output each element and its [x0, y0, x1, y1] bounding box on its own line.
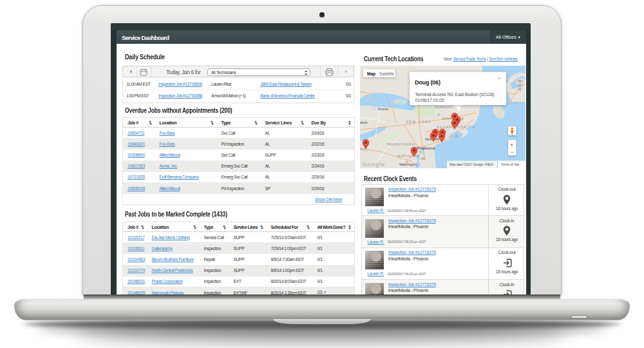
svg-text:OVA SC: OVA SC — [504, 101, 519, 105]
svg-text:N.J.: N.J. — [419, 150, 425, 154]
svg-text:Terminal Access Rd, East Bosto: Terminal Access Rd, East Boston (02128) — [415, 92, 495, 97]
svg-text:+: + — [510, 142, 513, 148]
svg-text:−: − — [511, 149, 514, 155]
svg-text:N: N — [437, 113, 440, 117]
svg-text:NEW YORK: NEW YORK — [406, 120, 431, 124]
svg-text:MARYLAND: MARYLAND — [397, 154, 419, 158]
svg-text:×: × — [498, 75, 501, 81]
svg-text:01/06/17 01:05: 01/06/17 01:05 — [415, 97, 444, 103]
svg-text:Map data ©2017 Google, INEGI: Map data ©2017 Google, INEGI — [450, 162, 493, 166]
svg-text:DE: DE — [421, 157, 426, 160]
svg-text:Doug (06): Doug (06) — [415, 79, 440, 86]
svg-text:Philadelphia: Philadelphia — [417, 146, 435, 150]
svg-text:etroit: etroit — [360, 121, 368, 124]
svg-text:VERMONT: VERMONT — [435, 105, 453, 109]
svg-text:IS: IS — [518, 87, 522, 91]
svg-text:K: K — [506, 80, 508, 83]
svg-text:PENNSYLVANIA: PENNSYLVANIA — [387, 142, 415, 146]
svg-text:Map: Map — [367, 72, 375, 77]
svg-text:Toronto: Toronto — [377, 107, 388, 111]
svg-text:RI: RI — [455, 135, 459, 139]
svg-text:Google: Google — [362, 160, 385, 168]
svg-text:Terms of Use: Terms of Use — [501, 163, 520, 166]
svg-text:Satellite: Satellite — [379, 72, 395, 76]
